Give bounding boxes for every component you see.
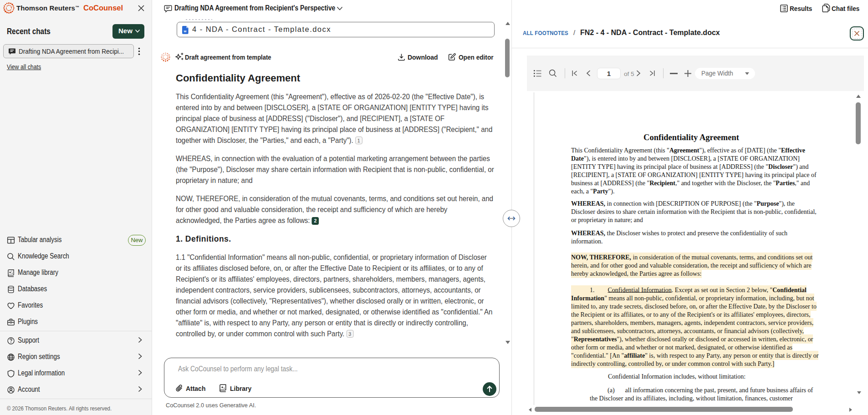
svg-text:w: w [183,29,186,33]
